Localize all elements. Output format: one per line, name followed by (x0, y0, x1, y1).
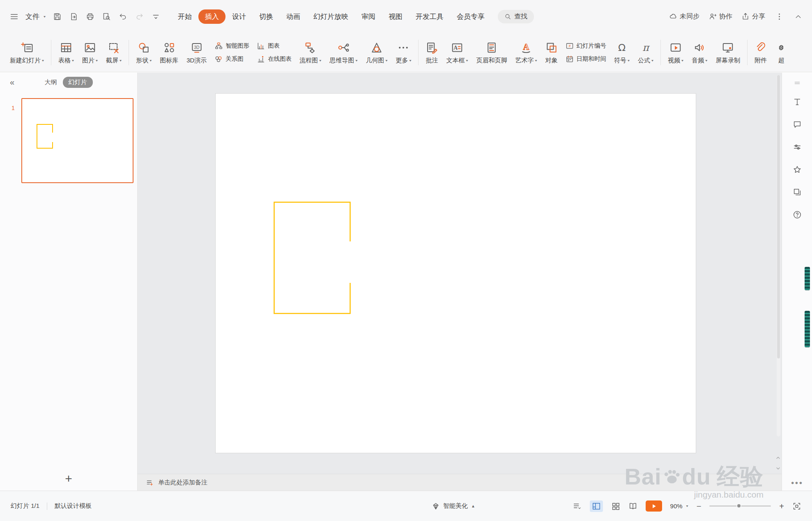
settings-sliders-icon[interactable] (791, 141, 803, 153)
text-tool-icon[interactable] (791, 96, 803, 108)
ribbon-object[interactable]: 对象 (541, 41, 562, 64)
print-icon[interactable] (85, 11, 95, 21)
share-button[interactable]: 分享 (741, 12, 765, 21)
ribbon-online-chart[interactable]: 在线图表 (257, 55, 292, 63)
scroll-up-icon[interactable] (775, 455, 781, 461)
copy-pane-icon[interactable] (791, 186, 803, 198)
canvas-scrollbar[interactable] (777, 75, 780, 436)
slide-thumbnail[interactable] (21, 98, 133, 183)
ribbon-table[interactable]: 表格▾ (54, 41, 78, 64)
hyperlink-icon (775, 41, 787, 54)
undo-icon[interactable] (118, 11, 128, 21)
tab-developer[interactable]: 开发工具 (409, 9, 450, 24)
beautify-label: 智能美化 (443, 502, 468, 510)
tab-home[interactable]: 开始 (171, 9, 198, 24)
ribbon-textbox[interactable]: A 文本框▾ (442, 41, 472, 64)
ribbon-new-slide[interactable]: 新建幻灯片▾ (6, 41, 48, 64)
ribbon-attachment[interactable]: 附件 (750, 41, 771, 64)
redo-icon[interactable] (134, 11, 144, 21)
design-template-label[interactable]: 默认设计模板 (55, 502, 92, 510)
tab-insert[interactable]: 插入 (198, 9, 225, 24)
ribbon-picture[interactable]: 图片▾ (78, 41, 102, 64)
ribbon-geometry[interactable]: 几何图▾ (361, 41, 391, 64)
save-icon[interactable] (52, 11, 62, 21)
sync-status[interactable]: 未同步 (669, 12, 699, 21)
slideshow-play-button[interactable] (646, 500, 662, 512)
tab-review[interactable]: 审阅 (355, 9, 382, 24)
canvas-scrollbar-thumb[interactable] (777, 75, 780, 358)
tab-slideshow[interactable]: 幻灯片放映 (307, 9, 355, 24)
tab-view[interactable]: 视图 (382, 9, 409, 24)
ribbon-header-footer[interactable]: 页眉和页脚 (472, 41, 511, 64)
chevron-down-icon: ▾ (681, 59, 683, 62)
view-reading-icon[interactable] (628, 502, 637, 511)
print-preview-icon[interactable] (101, 11, 111, 21)
ribbon-smart-graphic[interactable]: 智能图形 (214, 42, 249, 50)
ribbon-chart[interactable]: 图表 (257, 42, 292, 50)
online-chart-icon (257, 55, 265, 63)
comment-panel-icon[interactable] (791, 118, 803, 131)
zoom-level[interactable]: 90% ▾ (670, 503, 688, 510)
ribbon-symbol[interactable]: Ω 符号▾ (610, 41, 634, 64)
collapse-panel-button[interactable]: « (10, 78, 14, 87)
ribbon-hyperlink[interactable]: 超 (771, 41, 791, 64)
star-icon[interactable] (791, 163, 803, 176)
more-options-icon[interactable] (774, 11, 784, 21)
view-normal-icon[interactable] (590, 500, 603, 512)
tab-transition[interactable]: 切换 (253, 9, 280, 24)
collapse-ribbon-icon[interactable] (793, 11, 803, 21)
smart-beautify-button[interactable]: 智能美化 ▲ (432, 502, 475, 510)
view-slide-sorter-icon[interactable] (611, 502, 620, 511)
fit-window-icon[interactable] (792, 502, 801, 511)
zoom-slider[interactable] (709, 505, 771, 507)
zoom-out-button[interactable]: − (697, 502, 702, 510)
ribbon-more[interactable]: 更多▾ (391, 41, 415, 64)
ribbon-mindmap[interactable]: 思维导图▾ (325, 41, 361, 64)
search-icon (504, 13, 511, 20)
scroll-indicator[interactable] (805, 311, 810, 347)
scroll-down-icon[interactable] (775, 466, 781, 471)
ribbon-label: 截屏 (106, 57, 118, 64)
search-box[interactable]: 查找 (498, 10, 534, 23)
status-list-icon[interactable] (573, 502, 582, 511)
ribbon-icon-library[interactable]: 图标库 (156, 41, 182, 64)
ribbon-audio[interactable]: 音频▾ (688, 41, 711, 64)
file-menu[interactable]: 文件 ▾ (25, 12, 46, 21)
editing-canvas[interactable]: 单击此处添加备注 (138, 73, 782, 491)
ribbon-comment[interactable]: 批注 (421, 41, 442, 64)
ribbon-relation-graph[interactable]: 关系图 (214, 55, 249, 63)
zoom-in-button[interactable]: + (779, 502, 784, 510)
rail-drag-handle-icon[interactable] (791, 77, 803, 89)
scroll-indicator[interactable] (805, 267, 810, 290)
collab-button[interactable]: 协作 (708, 12, 732, 21)
tab-member[interactable]: 会员专享 (450, 9, 491, 24)
ribbon-flowchart[interactable]: 流程图▾ (295, 41, 325, 64)
ribbon-wordart[interactable]: A 艺术字▾ (511, 41, 541, 64)
add-slide-button[interactable]: + (65, 473, 72, 485)
ribbon-slide-number[interactable]: # 幻灯片编号 (566, 42, 607, 50)
ribbon-shapes[interactable]: 形状▾ (132, 41, 156, 64)
incomplete-rectangle-shape[interactable] (274, 202, 351, 314)
file-menu-label: 文件 (25, 12, 39, 21)
notes-bar[interactable]: 单击此处添加备注 (138, 474, 782, 491)
slide-page[interactable] (215, 93, 696, 453)
quick-toolbar-caret-icon[interactable] (151, 11, 161, 21)
ribbon-screen-record[interactable]: 屏幕录制 (711, 41, 744, 64)
chevron-down-icon: ▾ (686, 504, 688, 508)
mindmap-icon (337, 41, 350, 54)
rail-more-dots-icon[interactable]: ●●● (782, 480, 812, 486)
ribbon-date-time[interactable]: 日期和时间 (566, 55, 607, 63)
tab-slides[interactable]: 幻灯片 (63, 77, 93, 88)
export-icon[interactable] (69, 11, 78, 21)
tab-design[interactable]: 设计 (225, 9, 253, 24)
main-menu-icon[interactable] (9, 11, 19, 21)
tab-animation[interactable]: 动画 (280, 9, 307, 24)
ribbon-video[interactable]: 视频▾ (664, 41, 688, 64)
ribbon-3d[interactable]: 3D 3D演示 (182, 41, 211, 64)
ribbon-screenshot[interactable]: 截屏▾ (102, 41, 126, 64)
zoom-slider-thumb[interactable] (736, 503, 741, 508)
ribbon-label: 形状 (136, 57, 148, 64)
help-icon[interactable] (791, 209, 803, 221)
tab-outline[interactable]: 大纲 (45, 78, 57, 86)
ribbon-formula[interactable]: π 公式▾ (634, 41, 658, 64)
